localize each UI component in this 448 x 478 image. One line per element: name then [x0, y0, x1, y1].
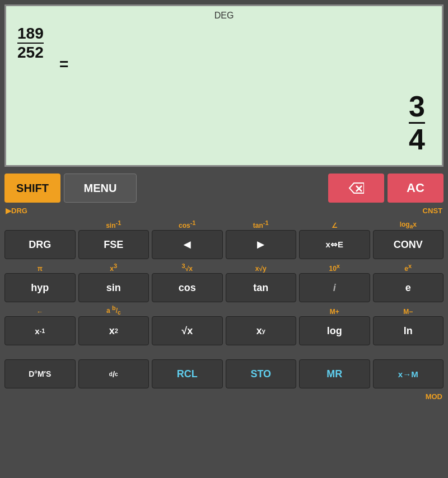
dc-button[interactable]: d/c: [78, 359, 150, 388]
rcl-button[interactable]: RCL: [152, 359, 223, 388]
above-row-4: [4, 346, 444, 359]
result-numerator: 3: [409, 92, 425, 124]
button-row-3: x-1 x2 √x xy log ln: [4, 316, 444, 345]
above-row-2: π x3 3√x x√y 10x ex: [4, 260, 444, 273]
backspace-button[interactable]: [328, 174, 384, 203]
hyp-button[interactable]: hyp: [4, 273, 76, 302]
above-fse: sin-1: [78, 219, 150, 229]
above-row-3: ← a b/c M+ M−: [4, 303, 444, 316]
mr-button[interactable]: MR: [299, 359, 370, 388]
above-conv: logax: [373, 221, 444, 229]
fse-button[interactable]: FSE: [78, 230, 150, 259]
sin-button[interactable]: sin: [78, 273, 150, 302]
calculator-display: DEG 189 252 = 3 4: [4, 4, 444, 167]
input-denominator: 252: [17, 44, 44, 60]
e-button[interactable]: e: [373, 273, 444, 302]
above-ln: M−: [373, 308, 444, 316]
button-row-2: hyp sin cos tan i e: [4, 273, 444, 302]
above-hyp: π: [4, 265, 76, 273]
input-numerator: 189: [17, 26, 44, 44]
equals-sign: =: [59, 55, 68, 73]
above-xinv: ←: [4, 308, 76, 316]
xm-button[interactable]: x→M: [373, 359, 444, 388]
xpowy-button[interactable]: xy: [226, 316, 297, 345]
i-button[interactable]: i: [299, 273, 370, 302]
cos-button[interactable]: cos: [152, 273, 223, 302]
above-left: cos-1: [152, 219, 223, 229]
button-area: SHIFT MENU AC ▶DRG CNST sin-1 cos-1 tan-…: [0, 171, 448, 405]
mode-label: DEG: [13, 11, 435, 21]
drg-button[interactable]: DRG: [4, 230, 76, 259]
above-e: ex: [373, 263, 444, 273]
label-row-drg-cnst: ▶DRG CNST: [4, 204, 444, 217]
result-denominator: 4: [409, 124, 425, 154]
log-button[interactable]: log: [299, 316, 370, 345]
top-button-row: SHIFT MENU AC: [4, 174, 444, 203]
xe-button[interactable]: x⇔E: [299, 230, 370, 259]
button-row-4: D°M′S d/c RCL STO MR x→M: [4, 359, 444, 388]
bottom-label-row: MOD: [4, 390, 444, 403]
above-xe: ∠: [299, 222, 370, 229]
tan-button[interactable]: tan: [226, 273, 297, 302]
xinv-button[interactable]: x-1: [4, 316, 76, 345]
right-arrow-button[interactable]: ►: [226, 230, 297, 259]
above-i: 10x: [299, 263, 370, 273]
mod-label: MOD: [426, 392, 442, 401]
sto-button[interactable]: STO: [226, 359, 297, 388]
drg-label: ▶DRG: [6, 207, 27, 215]
shift-button[interactable]: SHIFT: [4, 174, 60, 203]
result-fraction: 3 4: [409, 92, 425, 154]
conv-button[interactable]: CONV: [373, 230, 444, 259]
above-tan: x√y: [226, 265, 297, 273]
backspace-icon: [348, 182, 364, 194]
above-right: tan-1: [226, 219, 297, 229]
above-cos: 3√x: [152, 263, 223, 273]
ac-button[interactable]: AC: [388, 174, 444, 203]
xsq-button[interactable]: x2: [78, 316, 150, 345]
left-arrow-button[interactable]: ◄: [152, 230, 223, 259]
input-fraction: 189 252: [17, 26, 44, 60]
ln-button[interactable]: ln: [373, 316, 444, 345]
cnst-label: CNST: [423, 207, 442, 215]
above-row-1: sin-1 cos-1 tan-1 ∠ logax: [4, 217, 444, 229]
dms-button[interactable]: D°M′S: [4, 359, 76, 388]
above-xsq: a b/c: [78, 304, 150, 316]
sqrt-button[interactable]: √x: [152, 316, 223, 345]
button-row-1: DRG FSE ◄ ► x⇔E CONV: [4, 230, 444, 259]
above-log: M+: [299, 308, 370, 316]
above-sin: x3: [78, 263, 150, 273]
menu-button[interactable]: MENU: [64, 174, 137, 203]
